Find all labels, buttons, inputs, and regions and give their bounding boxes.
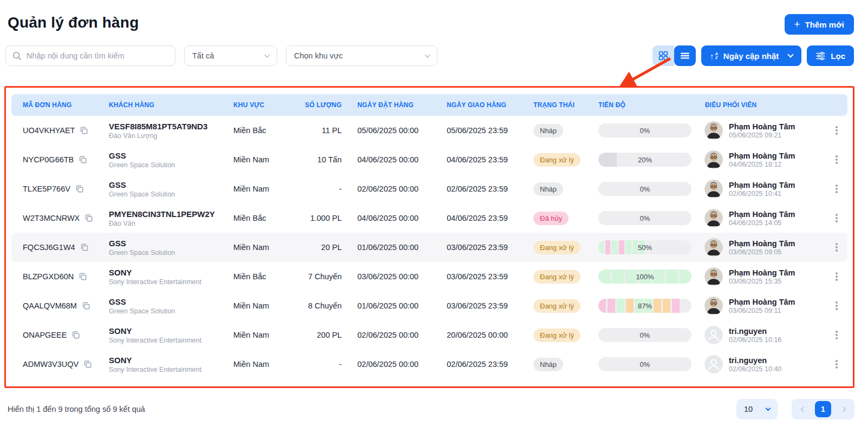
row-menu-button[interactable] [826,246,847,248]
column-header: KHÁCH HÀNG [109,101,233,109]
add-new-button[interactable]: + Thêm mới [785,14,854,35]
table-row[interactable]: FQCSJ6G1W4GSSGreen Space SolutionMiền Na… [11,233,847,262]
row-menu-button[interactable] [826,275,847,278]
row-menu-button[interactable] [826,217,847,219]
order-date-cell: 05/06/2025 00:00 [347,126,436,135]
delivery-date-cell: 02/06/2025 23:59 [436,185,523,193]
region-filter-value: Chọn khu vực [294,51,343,60]
coordinator-date: 03/06/2025 15:35 [729,278,795,285]
customer-cell: SONYSony Interactive Entertainment [109,326,233,344]
table-row[interactable]: ADMW3V3UQVSONYSony Interactive Entertain… [11,350,847,379]
search-input[interactable] [27,51,168,60]
row-menu-button[interactable] [826,363,847,365]
order-date-cell: 02/06/2025 00:00 [347,185,436,193]
copy-icon[interactable] [75,185,84,193]
coordinator-cell: Phạm Hoàng Tâm03/06/2025 09:05 [695,238,826,257]
customer-subtitle: Sony Interactive Entertainment [109,278,233,286]
region-cell: Miền Nam [233,331,298,339]
customer-name: GSS [109,239,233,248]
order-date-cell: 02/06/2025 00:00 [347,360,436,369]
status-badge: Đang xử lý [533,329,580,342]
filter-button[interactable]: Lọc [807,45,854,66]
table-row[interactable]: TLXE5P766VGSSGreen Space SolutionMiền Na… [11,174,847,203]
table-row[interactable]: W2T3MCNRWXPMYEN8CIN3TNL1PEPW2YĐào VănMiề… [11,203,847,233]
copy-icon[interactable] [82,301,90,310]
kebab-icon [836,217,838,219]
customer-cell: GSSGreen Space Solution [109,297,233,315]
chevron-down-icon [265,52,270,57]
kebab-icon [836,188,838,190]
order-code: ONAPGEEE [23,331,67,339]
table-row[interactable]: QAALQVM68MGSSGreen Space SolutionMiền Na… [11,291,847,320]
quantity-cell: 20 PL [298,243,347,252]
row-menu-button[interactable] [826,159,847,161]
region-cell: Miền Nam [233,243,298,252]
table-row[interactable]: ONAPGEEESONYSony Interactive Entertainme… [11,320,847,350]
column-header: TIẾN ĐỘ [588,101,695,109]
filter-label: Lọc [831,51,845,61]
status-filter-value: Tất cả [192,51,214,60]
order-code: BLZPGXD60N [23,272,74,281]
customer-name: VESF8I85M81PT5AT9ND3 [109,122,233,131]
row-menu-button[interactable] [826,305,847,307]
row-menu-button[interactable] [826,129,847,132]
results-summary: Hiển thị 1 đến 9 trong tổng số 9 kết quả [8,405,145,413]
customer-subtitle: Sony Interactive Entertainment [109,337,233,344]
progress-bar: 100% [598,270,691,284]
customer-subtitle: Đào Văn [109,220,233,227]
quantity-cell: 7 Chuyến [298,272,347,281]
chevron-left-icon [800,406,806,412]
progress-cell: 87% [588,299,695,313]
customer-cell: VESF8I85M81PT5AT9ND3Đào Văn Lượng [109,122,233,140]
delivery-date-cell: 04/06/2025 23:59 [436,155,523,164]
copy-icon[interactable] [80,243,89,252]
table-row[interactable]: BLZPGXD60NSONYSony Interactive Entertain… [11,262,847,291]
sort-az-icon: ↑ AZ [710,52,718,60]
copy-icon[interactable] [84,214,93,222]
kebab-icon [836,275,838,278]
next-page-button[interactable] [836,402,851,417]
customer-subtitle: Green Space Solution [109,190,233,198]
list-view-button[interactable] [674,45,696,66]
progress-cell: 0% [588,328,695,342]
coordinator-cell: tri.nguyen02/06/2025 10:16 [695,326,826,344]
avatar-photo [704,121,723,140]
order-code: ADMW3V3UQV [23,360,79,369]
progress-cell: 100% [588,270,695,284]
grid-view-button[interactable] [652,45,674,66]
customer-cell: SONYSony Interactive Entertainment [109,356,233,373]
view-toggle [652,45,696,66]
coordinator-cell: Phạm Hoàng Tâm03/06/2025 15:35 [695,267,826,286]
row-menu-button[interactable] [826,188,847,190]
chevron-down-icon [788,51,794,57]
chevron-down-icon [766,405,771,411]
prev-page-button[interactable] [795,402,811,417]
avatar-photo [704,180,723,198]
order-date-cell: 03/06/2025 00:00 [347,272,436,281]
copy-icon[interactable] [80,126,88,135]
plus-icon: + [794,19,800,29]
coordinator-date: 02/06/2025 10:16 [729,336,781,344]
copy-icon[interactable] [79,155,87,164]
copy-icon[interactable] [79,272,87,281]
status-cell: Nháp [523,124,588,137]
column-header: TRẠNG THÁI [523,101,588,109]
table-row[interactable]: NYCP0G66TBGSSGreen Space SolutionMiền Na… [11,145,847,174]
coordinator-name: Phạm Hoàng Tâm [729,210,795,219]
progress-label: 0% [598,123,691,137]
avatar-placeholder [704,355,723,373]
coordinator-cell: Phạm Hoàng Tâm04/06/2025 14:05 [695,209,826,227]
progress-cell: 50% [588,240,695,254]
sort-button[interactable]: ↑ AZ Ngày cập nhật [701,45,801,66]
order-code-cell: NYCP0G66TB [11,155,109,164]
row-menu-button[interactable] [826,334,847,336]
coordinator-name: Phạm Hoàng Tâm [729,152,795,160]
current-page-button[interactable]: 1 [815,401,831,417]
status-filter-select[interactable]: Tất cả [184,45,277,66]
copy-icon[interactable] [83,360,92,369]
region-filter-select[interactable]: Chọn khu vực [286,45,438,66]
page-size-select[interactable]: 10 [736,399,778,419]
status-cell: Đã hủy [523,212,588,225]
table-row[interactable]: UO4VKHYAETVESF8I85M81PT5AT9ND3Đào Văn Lư… [11,116,847,145]
copy-icon[interactable] [71,331,80,339]
